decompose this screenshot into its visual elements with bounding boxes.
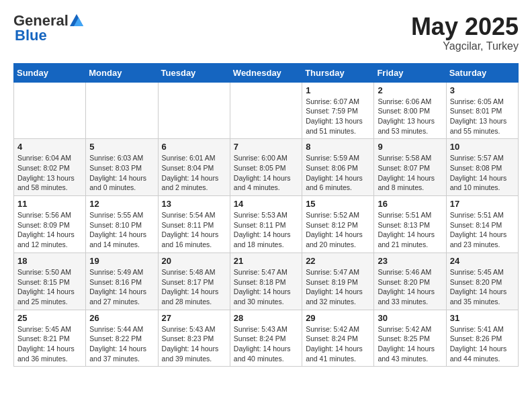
day-number: 5 [89, 142, 154, 152]
day-info: Sunrise: 5:51 AM Sunset: 8:13 PM Dayligh… [378, 210, 442, 250]
week-row-3: 11Sunrise: 5:56 AM Sunset: 8:09 PM Dayli… [14, 196, 519, 253]
day-info: Sunrise: 6:07 AM Sunset: 7:59 PM Dayligh… [306, 97, 370, 136]
empty-cell [230, 82, 302, 139]
title-block: May 2025 Yagcilar, Turkey [411, 13, 519, 52]
day-info: Sunrise: 5:43 AM Sunset: 8:23 PM Dayligh… [162, 324, 226, 364]
day-info: Sunrise: 5:42 AM Sunset: 8:24 PM Dayligh… [306, 324, 370, 364]
week-row-1: 1Sunrise: 6:07 AM Sunset: 7:59 PM Daylig… [14, 82, 519, 139]
weekday-monday: Monday [86, 63, 158, 82]
day-cell-27: 27Sunrise: 5:43 AM Sunset: 8:23 PM Dayli… [158, 310, 230, 367]
logo-general-text: General [13, 13, 69, 28]
day-number: 9 [378, 142, 442, 152]
day-cell-19: 19Sunrise: 5:49 AM Sunset: 8:16 PM Dayli… [86, 253, 158, 310]
day-info: Sunrise: 5:47 AM Sunset: 8:18 PM Dayligh… [234, 267, 298, 307]
day-info: Sunrise: 5:56 AM Sunset: 8:09 PM Dayligh… [17, 210, 82, 250]
day-cell-7: 7Sunrise: 6:00 AM Sunset: 8:05 PM Daylig… [230, 139, 302, 196]
day-cell-10: 10Sunrise: 5:57 AM Sunset: 8:08 PM Dayli… [446, 139, 518, 196]
day-info: Sunrise: 5:44 AM Sunset: 8:22 PM Dayligh… [89, 324, 154, 364]
page-header: General Blue May 2025 Yagcilar, Turkey [13, 13, 519, 52]
weekday-saturday: Saturday [446, 63, 518, 82]
day-cell-1: 1Sunrise: 6:07 AM Sunset: 7:59 PM Daylig… [302, 82, 374, 139]
day-number: 21 [234, 256, 298, 266]
day-info: Sunrise: 6:01 AM Sunset: 8:04 PM Dayligh… [162, 153, 226, 193]
day-number: 18 [17, 256, 82, 266]
day-number: 4 [17, 142, 82, 152]
weekday-thursday: Thursday [302, 63, 374, 82]
empty-cell [86, 82, 158, 139]
day-info: Sunrise: 5:50 AM Sunset: 8:15 PM Dayligh… [17, 267, 82, 307]
day-number: 11 [17, 199, 82, 209]
day-cell-14: 14Sunrise: 5:53 AM Sunset: 8:11 PM Dayli… [230, 196, 302, 253]
day-cell-22: 22Sunrise: 5:47 AM Sunset: 8:19 PM Dayli… [302, 253, 374, 310]
empty-cell [158, 82, 230, 139]
day-cell-9: 9Sunrise: 5:58 AM Sunset: 8:07 PM Daylig… [374, 139, 446, 196]
day-info: Sunrise: 5:46 AM Sunset: 8:20 PM Dayligh… [378, 267, 442, 307]
day-number: 1 [306, 85, 370, 95]
day-cell-26: 26Sunrise: 5:44 AM Sunset: 8:22 PM Dayli… [86, 310, 158, 367]
day-info: Sunrise: 5:55 AM Sunset: 8:10 PM Dayligh… [89, 210, 154, 250]
day-number: 30 [378, 313, 442, 323]
day-number: 16 [378, 199, 442, 209]
day-number: 8 [306, 142, 370, 152]
weekday-friday: Friday [374, 63, 446, 82]
day-info: Sunrise: 5:48 AM Sunset: 8:17 PM Dayligh… [162, 267, 226, 307]
day-cell-30: 30Sunrise: 5:42 AM Sunset: 8:25 PM Dayli… [374, 310, 446, 367]
day-cell-18: 18Sunrise: 5:50 AM Sunset: 8:15 PM Dayli… [14, 253, 86, 310]
day-info: Sunrise: 5:53 AM Sunset: 8:11 PM Dayligh… [234, 210, 298, 250]
weekday-wednesday: Wednesday [230, 63, 302, 82]
day-number: 12 [89, 199, 154, 209]
day-number: 25 [17, 313, 82, 323]
day-number: 26 [89, 313, 154, 323]
day-number: 14 [234, 199, 298, 209]
day-number: 3 [450, 85, 515, 95]
day-cell-12: 12Sunrise: 5:55 AM Sunset: 8:10 PM Dayli… [86, 196, 158, 253]
day-cell-3: 3Sunrise: 6:05 AM Sunset: 8:01 PM Daylig… [446, 82, 518, 139]
day-number: 23 [378, 256, 442, 266]
day-number: 2 [378, 85, 442, 95]
week-row-5: 25Sunrise: 5:45 AM Sunset: 8:21 PM Dayli… [14, 310, 519, 367]
day-number: 17 [450, 199, 515, 209]
calendar-table: SundayMondayTuesdayWednesdayThursdayFrid… [13, 63, 519, 367]
day-cell-16: 16Sunrise: 5:51 AM Sunset: 8:13 PM Dayli… [374, 196, 446, 253]
day-number: 29 [306, 313, 370, 323]
logo-icon [70, 14, 83, 26]
day-info: Sunrise: 5:59 AM Sunset: 8:06 PM Dayligh… [306, 153, 370, 193]
day-info: Sunrise: 5:45 AM Sunset: 8:20 PM Dayligh… [450, 267, 515, 307]
weekday-sunday: Sunday [14, 63, 86, 82]
day-cell-29: 29Sunrise: 5:42 AM Sunset: 8:24 PM Dayli… [302, 310, 374, 367]
week-row-2: 4Sunrise: 6:04 AM Sunset: 8:02 PM Daylig… [14, 139, 519, 196]
day-cell-2: 2Sunrise: 6:06 AM Sunset: 8:00 PM Daylig… [374, 82, 446, 139]
calendar-title: May 2025 [411, 13, 519, 40]
day-cell-15: 15Sunrise: 5:52 AM Sunset: 8:12 PM Dayli… [302, 196, 374, 253]
day-info: Sunrise: 5:58 AM Sunset: 8:07 PM Dayligh… [378, 153, 442, 193]
day-info: Sunrise: 5:49 AM Sunset: 8:16 PM Dayligh… [89, 267, 154, 307]
day-cell-8: 8Sunrise: 5:59 AM Sunset: 8:06 PM Daylig… [302, 139, 374, 196]
day-cell-17: 17Sunrise: 5:51 AM Sunset: 8:14 PM Dayli… [446, 196, 518, 253]
day-info: Sunrise: 6:04 AM Sunset: 8:02 PM Dayligh… [17, 153, 82, 193]
day-number: 28 [234, 313, 298, 323]
day-cell-24: 24Sunrise: 5:45 AM Sunset: 8:20 PM Dayli… [446, 253, 518, 310]
weekday-tuesday: Tuesday [158, 63, 230, 82]
day-info: Sunrise: 5:41 AM Sunset: 8:26 PM Dayligh… [450, 324, 515, 364]
day-info: Sunrise: 5:52 AM Sunset: 8:12 PM Dayligh… [306, 210, 370, 250]
day-cell-28: 28Sunrise: 5:43 AM Sunset: 8:24 PM Dayli… [230, 310, 302, 367]
day-info: Sunrise: 5:47 AM Sunset: 8:19 PM Dayligh… [306, 267, 370, 307]
day-number: 19 [89, 256, 154, 266]
day-number: 22 [306, 256, 370, 266]
day-cell-5: 5Sunrise: 6:03 AM Sunset: 8:03 PM Daylig… [86, 139, 158, 196]
logo-blue-text: Blue [15, 27, 47, 44]
day-info: Sunrise: 6:05 AM Sunset: 8:01 PM Dayligh… [450, 97, 515, 136]
day-number: 24 [450, 256, 515, 266]
day-cell-13: 13Sunrise: 5:54 AM Sunset: 8:11 PM Dayli… [158, 196, 230, 253]
day-info: Sunrise: 5:43 AM Sunset: 8:24 PM Dayligh… [234, 324, 298, 364]
day-info: Sunrise: 5:57 AM Sunset: 8:08 PM Dayligh… [450, 153, 515, 193]
day-cell-23: 23Sunrise: 5:46 AM Sunset: 8:20 PM Dayli… [374, 253, 446, 310]
day-info: Sunrise: 6:06 AM Sunset: 8:00 PM Dayligh… [378, 97, 442, 136]
day-info: Sunrise: 6:00 AM Sunset: 8:05 PM Dayligh… [234, 153, 298, 193]
day-cell-6: 6Sunrise: 6:01 AM Sunset: 8:04 PM Daylig… [158, 139, 230, 196]
day-number: 6 [162, 142, 226, 152]
day-cell-21: 21Sunrise: 5:47 AM Sunset: 8:18 PM Dayli… [230, 253, 302, 310]
day-info: Sunrise: 5:51 AM Sunset: 8:14 PM Dayligh… [450, 210, 515, 250]
day-number: 7 [234, 142, 298, 152]
day-number: 20 [162, 256, 226, 266]
